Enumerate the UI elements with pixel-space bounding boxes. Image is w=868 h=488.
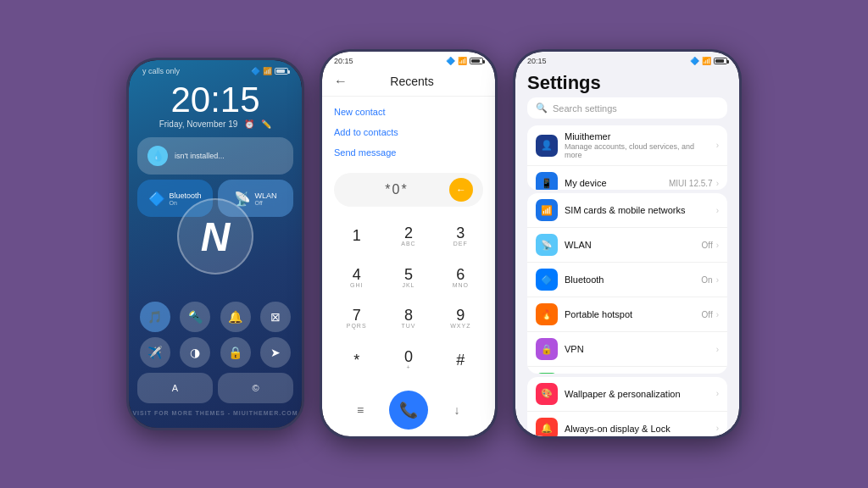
ctrl-btn-bell[interactable]: 🔔 xyxy=(220,302,251,332)
chevron-icon-2: › xyxy=(716,179,719,188)
sim-content: SIM cards & mobile networks xyxy=(565,205,709,215)
app-icon-notif: 💧 xyxy=(147,146,168,166)
vpn-right: › xyxy=(716,345,719,354)
num-sub: TUV xyxy=(401,323,415,329)
dialed-number: *0* xyxy=(344,182,449,197)
num-key-3[interactable]: 3 DEF xyxy=(435,215,487,257)
sim-name: SIM cards & mobile networks xyxy=(565,205,709,215)
num-key-6[interactable]: 6 MNO xyxy=(435,257,487,298)
num-sub: WXYZ xyxy=(450,323,470,329)
num-key-9[interactable]: 9 WXYZ xyxy=(435,298,487,340)
num-main: 2 xyxy=(404,225,413,241)
num-key-#[interactable]: # xyxy=(435,339,487,380)
account-card: 👤 Miuithemer Manage accounts, cloud serv… xyxy=(527,125,727,190)
new-contact-link[interactable]: New contact xyxy=(334,102,483,122)
bt-icon-2: 🔷 xyxy=(446,57,455,65)
status-bar-3: 20:15 🔷 📶 xyxy=(515,52,739,67)
add-contacts-link[interactable]: Add to contacts xyxy=(334,122,483,142)
miuithemer-right: › xyxy=(716,141,719,150)
chevron-icon-sim: › xyxy=(716,206,719,215)
hotspot-name: Portable hotspot xyxy=(565,309,695,319)
dialer-screen: 20:15 🔷 📶 ← Recents New contact Add to c… xyxy=(322,52,495,436)
ctrl-btn-flashlight[interactable]: 🔦 xyxy=(180,302,210,332)
wifi-icon: 📡 xyxy=(234,191,251,207)
settings-item-wlan[interactable]: 📡 WLAN Off › xyxy=(527,228,727,263)
back-button[interactable]: ← xyxy=(334,74,348,89)
status-icons-2: 🔷 📶 xyxy=(446,57,483,65)
lock-date: Friday, November 19 ⏰ ✏️ xyxy=(129,119,302,129)
num-key-*[interactable]: * xyxy=(331,339,382,380)
search-placeholder: Search settings xyxy=(553,103,617,114)
wlan-value: Off xyxy=(702,241,713,250)
bottom-widgets: A © xyxy=(137,373,293,403)
bottom-btn-circle[interactable]: © xyxy=(218,373,293,403)
num-key-8[interactable]: 8 TUV xyxy=(382,298,434,340)
ctrl-btn-screenshot[interactable]: ⊠ xyxy=(260,302,291,332)
settings-item-aod[interactable]: 🔔 Always-on display & Lock › xyxy=(527,412,727,436)
wallpaper-right: › xyxy=(716,389,719,398)
phone-lockscreen: y calls only 🔷 📶 20:15 Friday, November … xyxy=(126,58,304,430)
status-bar-2: 20:15 🔷 📶 xyxy=(322,52,495,67)
num-sub: MNO xyxy=(453,282,469,288)
bt-icon-3: 🔷 xyxy=(690,57,699,65)
settings-item-sim[interactable]: 📶 SIM cards & mobile networks › xyxy=(527,193,727,228)
settings-time: 20:15 xyxy=(527,57,547,65)
miui-theme-icon: N xyxy=(177,198,253,274)
phone-settings: 20:15 🔷 📶 Settings 🔍 Search settings xyxy=(513,49,742,439)
num-key-5[interactable]: 5 JKL xyxy=(382,257,434,298)
hotspot-content: Portable hotspot xyxy=(565,309,695,319)
ctrl-btn-airplane[interactable]: ✈️ xyxy=(140,337,170,368)
hotspot-icon: 🔥 xyxy=(536,303,558,325)
call-button[interactable]: 📞 xyxy=(389,391,428,430)
controls-grid: 🎵 🔦 🔔 ⊠ ✈️ ◑ 🔒 ➤ xyxy=(137,302,293,368)
num-key-7[interactable]: 7 PQRS xyxy=(331,298,382,340)
battery-icon xyxy=(275,68,288,75)
settings-item-connection[interactable]: 🌐 Connection & sharing › xyxy=(527,367,727,373)
chevron-icon: › xyxy=(716,141,719,150)
settings-item-wallpaper[interactable]: 🎨 Wallpaper & personalization › xyxy=(527,377,727,412)
vpn-name: VPN xyxy=(565,344,709,354)
send-message-link[interactable]: Send message xyxy=(334,142,483,163)
settings-item-bluetooth[interactable]: 🔷 Bluetooth On › xyxy=(527,263,727,297)
wlan-settings-name: WLAN xyxy=(565,240,695,250)
settings-item-hotspot[interactable]: 🔥 Portable hotspot Off › xyxy=(527,297,727,332)
status-icons-1: 🔷 📶 xyxy=(251,67,288,75)
mydevice-icon: 📱 xyxy=(536,172,558,190)
mydevice-content: My device xyxy=(565,178,662,188)
settings-item-mydevice[interactable]: 📱 My device MIUI 12.5.7 › xyxy=(527,166,727,190)
num-sub: PQRS xyxy=(347,323,367,329)
ctrl-btn-lock[interactable]: 🔒 xyxy=(220,337,251,368)
num-sub: DEF xyxy=(453,241,468,247)
dialer-header: ← Recents xyxy=(322,67,495,97)
miuithemer-name: Miuithemer xyxy=(565,131,709,141)
bluetooth-right: On › xyxy=(701,275,719,285)
ctrl-btn-1[interactable]: 🎵 xyxy=(140,302,170,332)
phone-dialer: 20:15 🔷 📶 ← Recents New contact Add to c… xyxy=(320,49,498,439)
chevron-icon-wall: › xyxy=(716,389,719,398)
dialer-input: *0* ← xyxy=(334,173,483,207)
settings-search-bar[interactable]: 🔍 Search settings xyxy=(527,97,727,119)
bluetooth-settings-icon: 🔷 xyxy=(536,269,558,291)
alarm-icon: ⏰ xyxy=(244,119,254,129)
download-icon[interactable]: ↓ xyxy=(443,396,470,424)
ctrl-btn-brightness[interactable]: ◑ xyxy=(180,337,210,368)
num-main: 1 xyxy=(353,228,361,243)
dialpad-icon[interactable]: ≡ xyxy=(347,396,374,424)
num-key-1[interactable]: 1 xyxy=(331,215,382,257)
dialer-bottom-controls: ≡ 📞 ↓ xyxy=(322,384,495,436)
settings-item-miuithemer[interactable]: 👤 Miuithemer Manage accounts, cloud serv… xyxy=(527,125,727,166)
num-key-4[interactable]: 4 GHI xyxy=(331,257,382,298)
aod-name: Always-on display & Lock xyxy=(565,424,709,434)
num-key-2[interactable]: 2 ABC xyxy=(382,215,434,257)
num-key-0[interactable]: 0 + xyxy=(382,339,434,380)
edit-icon: ✏️ xyxy=(261,119,271,129)
settings-item-vpn[interactable]: 🔒 VPN › xyxy=(527,332,727,367)
ctrl-btn-send[interactable]: ➤ xyxy=(260,337,291,368)
contact-links: New contact Add to contacts Send message xyxy=(322,97,495,168)
bottom-btn-a[interactable]: A xyxy=(137,373,213,403)
bluetooth-icon-status: 🔷 xyxy=(251,67,260,75)
vpn-icon: 🔒 xyxy=(536,338,558,360)
watermark: VISIT FOR MORE THEMES - MIUITHEMER.COM xyxy=(129,410,302,416)
n-letter: N xyxy=(201,214,231,260)
backspace-button[interactable]: ← xyxy=(449,178,473,202)
